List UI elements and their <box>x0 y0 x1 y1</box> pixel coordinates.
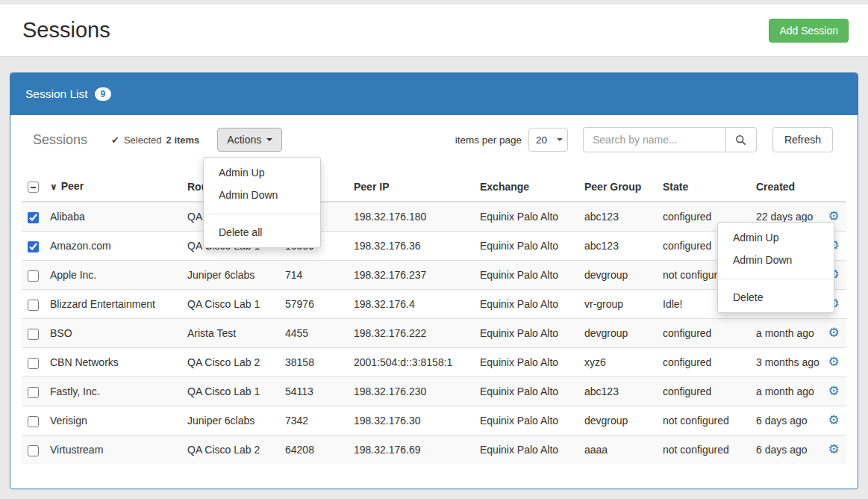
cell-peer: Verisign <box>44 406 181 436</box>
cell-router: Juniper 6clabs <box>181 261 279 290</box>
cell-peer: BSO <box>44 319 181 348</box>
actions-dropdown-button[interactable]: Actions <box>217 128 282 152</box>
panel-title: Session List <box>25 87 88 101</box>
panel-heading: Session List 9 <box>10 73 858 115</box>
search-group <box>583 127 757 152</box>
cell-asn: 7342 <box>279 406 348 436</box>
column-header-peer-label: Peer <box>61 180 84 192</box>
row-menu-item-admin-down[interactable]: Admin Down <box>718 249 834 271</box>
cell-created: 6 days ago <box>750 406 821 436</box>
toolbar-section-label: Sessions <box>33 132 87 148</box>
row-menu-item-admin-up[interactable]: Admin Up <box>718 226 834 249</box>
cell-peer-group: xyz6 <box>578 348 657 377</box>
actions-menu-item-admin-down[interactable]: Admin Down <box>204 184 320 206</box>
gear-icon[interactable]: ⚙ <box>828 326 839 340</box>
cell-exchange: Equinix Palo Alto <box>474 290 578 319</box>
cell-peer-ip: 198.32.176.36 <box>348 232 474 261</box>
cell-peer-ip: 198.32.176.180 <box>348 202 474 232</box>
refresh-button[interactable]: Refresh <box>772 127 833 152</box>
cell-peer: Apple Inc. <box>44 261 181 290</box>
sort-desc-icon: ∨ <box>50 179 57 194</box>
table-row: Fastly, Inc. QA Cisco Lab 1 54113 198.32… <box>22 377 846 406</box>
items-per-page-label: items per page <box>455 134 522 146</box>
top-header: Sessions Add Session <box>0 4 868 57</box>
cell-exchange: Equinix Palo Alto <box>474 232 578 261</box>
cell-peer-group: aaaa <box>578 436 657 465</box>
cell-asn: 4455 <box>279 319 348 348</box>
cell-exchange: Equinix Palo Alto <box>474 406 578 436</box>
actions-menu-item-admin-up[interactable]: Admin Up <box>204 161 320 184</box>
row-checkbox-cell <box>22 436 44 465</box>
cell-exchange: Equinix Palo Alto <box>474 319 578 348</box>
column-header-state[interactable]: State <box>657 172 750 202</box>
sessions-table: ∨Peer Router ASN Peer IP Exchange Peer G… <box>22 172 846 464</box>
page: Sessions Add Session Session List 9 Sess… <box>0 0 868 499</box>
row-checkbox-cell <box>22 261 44 290</box>
row-actions-cell: ⚙ <box>821 319 846 348</box>
cell-peer-ip: 2001:504:d::3:8158:1 <box>348 348 474 377</box>
cell-exchange: Equinix Palo Alto <box>474 436 578 465</box>
row-checkbox[interactable] <box>28 300 39 311</box>
cell-exchange: Equinix Palo Alto <box>474 202 578 232</box>
cell-peer: Alibaba <box>44 202 181 232</box>
cell-created: a month ago <box>750 377 821 406</box>
select-all-header <box>22 172 44 202</box>
row-checkbox[interactable] <box>28 212 39 223</box>
cell-peer-group: vr-group <box>578 290 657 319</box>
table-header-row: ∨Peer Router ASN Peer IP Exchange Peer G… <box>22 172 846 202</box>
column-header-exchange[interactable]: Exchange <box>474 172 578 202</box>
page-size-select[interactable]: 20 <box>528 128 568 152</box>
selected-info: ✔ Selected 2 items <box>111 134 199 146</box>
column-header-peer[interactable]: ∨Peer <box>44 172 181 202</box>
gear-icon[interactable]: ⚙ <box>828 413 839 427</box>
cell-peer-group: abc123 <box>578 232 657 261</box>
actions-dropdown-menu: Admin Up Admin Down Delete all <box>203 157 321 248</box>
row-checkbox[interactable] <box>28 358 39 369</box>
row-checkbox[interactable] <box>28 241 39 252</box>
actions-button-label: Actions <box>227 134 261 146</box>
cell-exchange: Equinix Palo Alto <box>474 348 578 377</box>
cell-asn: 38158 <box>279 348 348 377</box>
select-all-checkbox[interactable] <box>28 182 39 193</box>
gear-icon[interactable]: ⚙ <box>828 384 839 398</box>
column-header-created[interactable]: Created <box>750 172 821 202</box>
cell-exchange: Equinix Palo Alto <box>474 261 578 290</box>
row-checkbox[interactable] <box>28 445 39 456</box>
gear-icon[interactable]: ⚙ <box>828 355 839 369</box>
column-header-peer-group[interactable]: Peer Group <box>578 172 657 202</box>
cell-router: Juniper 6clabs <box>181 406 279 436</box>
row-actions-cell: ⚙ <box>821 436 846 465</box>
cell-router: QA Cisco Lab 2 <box>181 348 279 377</box>
cell-state: configured <box>657 319 750 348</box>
cell-peer-group: devgroup <box>578 261 657 290</box>
selected-prefix: Selected <box>124 134 162 146</box>
row-checkbox[interactable] <box>28 270 39 282</box>
row-checkbox-cell <box>22 319 44 348</box>
row-checkbox-cell <box>22 377 44 406</box>
table-row: Virtustream QA Cisco Lab 2 64208 198.32.… <box>22 436 846 465</box>
cell-peer-ip: 198.32.176.69 <box>348 436 474 465</box>
search-button[interactable] <box>725 127 757 152</box>
actions-menu-item-delete-all[interactable]: Delete all <box>204 221 320 244</box>
search-input[interactable] <box>583 127 726 152</box>
cell-state: configured <box>657 377 750 406</box>
table-row: CBN Networks QA Cisco Lab 2 38158 2001:5… <box>22 348 846 377</box>
row-actions-cell: ⚙ <box>821 377 846 406</box>
cell-peer: Blizzard Entertainment <box>44 290 181 319</box>
row-checkbox[interactable] <box>28 416 39 427</box>
menu-divider <box>718 279 834 279</box>
gear-icon[interactable]: ⚙ <box>828 442 839 456</box>
row-checkbox[interactable] <box>28 387 39 398</box>
add-session-button[interactable]: Add Session <box>769 19 849 43</box>
selected-count: 2 items <box>166 134 200 146</box>
column-header-peer-ip[interactable]: Peer IP <box>348 172 474 202</box>
cell-state: configured <box>657 348 750 377</box>
cell-peer: CBN Networks <box>44 348 181 377</box>
cell-asn: 714 <box>279 261 348 290</box>
caret-down-icon <box>266 138 272 141</box>
cell-peer-ip: 198.32.176.237 <box>348 261 474 290</box>
row-checkbox[interactable] <box>28 329 39 340</box>
row-menu-item-delete[interactable]: Delete <box>718 286 834 309</box>
cell-peer-group: abc123 <box>578 202 657 232</box>
table-row: Verisign Juniper 6clabs 7342 198.32.176.… <box>22 406 846 436</box>
